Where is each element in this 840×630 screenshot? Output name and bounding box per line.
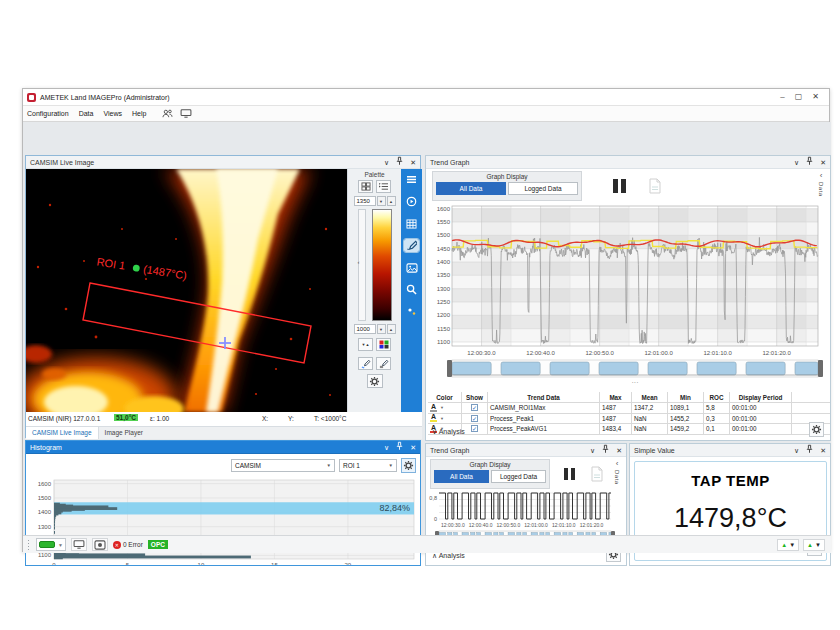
menu-item-configuration[interactable]: Configuration — [27, 110, 69, 117]
drag-grip[interactable] — [27, 539, 31, 551]
export-button[interactable] — [586, 462, 608, 486]
palette-min-down-button[interactable]: ▼ — [377, 324, 386, 334]
analysis-expander[interactable]: ∧ Analysis — [432, 552, 465, 560]
close-icon[interactable]: ✕ — [820, 446, 826, 455]
users-icon[interactable] — [162, 109, 173, 118]
pin-icon[interactable] — [601, 444, 610, 456]
palette-list-button[interactable] — [376, 180, 391, 193]
display-button[interactable] — [71, 538, 87, 551]
all-data-button[interactable]: All Data — [436, 182, 506, 195]
menu-item-views[interactable]: Views — [103, 110, 122, 117]
down-arrow-icon: ▼ — [815, 542, 821, 548]
close-icon[interactable]: ✕ — [812, 92, 819, 102]
thermal-image[interactable]: ROI 1 (1487°C) — [26, 169, 347, 412]
palette-slider[interactable] — [358, 209, 366, 321]
pause-button[interactable] — [606, 174, 632, 198]
export-button[interactable] — [642, 174, 668, 198]
trend-settings-button[interactable] — [809, 422, 824, 437]
camera-select[interactable]: CAMSIM▼ — [231, 459, 335, 472]
svg-text:1300: 1300 — [38, 524, 52, 530]
logged-data-button[interactable]: Logged Data — [491, 470, 546, 483]
chevron-down-icon[interactable]: ∨ — [794, 446, 799, 455]
monitor-icon[interactable] — [180, 109, 192, 118]
image-icon[interactable] — [404, 261, 419, 274]
pin-icon[interactable] — [395, 441, 404, 453]
workspace: CAMSIM Live Image ∨ ✕ — [23, 122, 831, 535]
palette-autoscale-button[interactable]: ▼▲ — [358, 338, 373, 351]
data-flyout-tab[interactable]: ‹ Data — [611, 460, 623, 489]
show-checkbox[interactable]: ✓ — [471, 415, 478, 422]
chevron-down-icon: ▼ — [440, 416, 444, 421]
palette-slider-marker[interactable]: ‹ — [358, 259, 360, 265]
svg-text:1350: 1350 — [437, 272, 451, 278]
close-icon[interactable]: ✕ — [820, 158, 826, 167]
chevron-down-icon[interactable]: ∨ — [794, 158, 799, 167]
histogram-settings-button[interactable] — [401, 458, 416, 473]
restore-icon[interactable]: ▢ — [795, 92, 803, 102]
chevron-down-icon[interactable]: ∨ — [384, 443, 389, 452]
logged-data-button[interactable]: Logged Data — [508, 182, 578, 195]
svg-text:1450: 1450 — [437, 246, 451, 252]
pin-icon[interactable] — [805, 156, 814, 168]
palette-settings-button[interactable] — [367, 374, 383, 388]
emissivity-value: ε: 1.00 — [150, 415, 169, 422]
up-arrow-icon: ▲ — [781, 542, 787, 548]
isotherm-dots-icon[interactable] — [404, 305, 419, 318]
min-value: 1459,2 — [668, 424, 704, 434]
palette-max-input[interactable]: 1350 — [354, 196, 376, 206]
zoom-icon[interactable] — [404, 283, 419, 296]
minimize-icon[interactable]: – — [780, 92, 784, 102]
show-checkbox[interactable]: ✓ — [471, 404, 478, 411]
menu-item-help[interactable]: Help — [132, 110, 146, 117]
chevron-down-icon[interactable]: ∨ — [384, 158, 389, 167]
series-color-selector[interactable]: A — [430, 404, 437, 412]
show-checkbox[interactable]: ✓ — [471, 425, 478, 432]
tab-image-player[interactable]: Image Player — [99, 427, 149, 439]
roi-select[interactable]: ROI 1▼ — [339, 459, 397, 472]
connection-select[interactable]: ▼ — [36, 538, 66, 551]
menu-icon[interactable] — [404, 173, 419, 186]
opc-status-badge[interactable]: OPC — [148, 540, 168, 549]
picker-save-button[interactable] — [376, 357, 391, 370]
palette-tool-icon[interactable] — [404, 239, 419, 252]
palette-color-mode-button[interactable] — [376, 338, 391, 351]
analysis-expander[interactable]: ∨ Analysis — [432, 428, 465, 436]
desktop: AMETEK Land IMAGEPro (Administrator) – ▢… — [0, 0, 840, 630]
app-window: AMETEK Land IMAGEPro (Administrator) – ▢… — [22, 88, 830, 552]
pin-icon[interactable] — [395, 156, 404, 168]
snapshot-button[interactable] — [92, 538, 108, 551]
all-data-button[interactable]: All Data — [434, 470, 489, 483]
picker-load-button[interactable] — [358, 357, 373, 370]
chevron-left-icon: ‹ — [815, 172, 827, 180]
chevron-down-icon[interactable]: ∨ — [590, 446, 595, 455]
palette-min-input[interactable]: 1000 — [354, 324, 376, 334]
close-icon[interactable]: ✕ — [410, 158, 416, 167]
mean-value: NaN — [632, 424, 668, 434]
record-icon[interactable] — [404, 195, 419, 208]
mean-value: NaN — [632, 414, 668, 424]
table-row[interactable]: A▼✓Process_Peak11487NaN1455,20,300:01:00 — [428, 414, 830, 425]
menu-item-data[interactable]: Data — [79, 110, 94, 117]
down-arrow-icon: ▼ — [789, 542, 795, 548]
table-row[interactable]: A▼✓Process_PeakAVG11483,4NaN1459,20,100:… — [428, 424, 830, 435]
pause-button[interactable] — [558, 462, 580, 486]
camera-id: CAMSIM (NIR) 127.0.0.1 — [28, 415, 100, 422]
roc-value: 0,1 — [704, 424, 730, 434]
live-panel-title: CAMSIM Live Image — [30, 159, 94, 166]
histogram-title: Histogram — [30, 444, 62, 451]
series-color-selector[interactable]: A — [430, 414, 437, 422]
palette-select-button[interactable] — [358, 180, 373, 193]
error-indicator[interactable]: ✕ 0 Error — [113, 541, 143, 549]
palette-max-down-button[interactable]: ▼ — [377, 196, 386, 206]
trend-small-title: Trend Graph — [430, 447, 469, 454]
palette-max-up-button[interactable]: ▲ — [387, 196, 396, 206]
data-flyout-tab[interactable]: ‹ Data — [815, 172, 827, 201]
close-icon[interactable]: ✕ — [410, 443, 416, 452]
palette-min-up-button[interactable]: ▲ — [387, 324, 396, 334]
table-row[interactable]: A▼✓CAMSIM_ROI1Max14871347,21089,15,800:0… — [428, 403, 830, 414]
grid-icon[interactable] — [404, 217, 419, 230]
table-header-0: Color — [428, 392, 462, 402]
tab-live-image[interactable]: CAMSIM Live Image — [26, 427, 99, 439]
pin-icon[interactable] — [805, 444, 814, 456]
close-icon[interactable]: ✕ — [616, 446, 622, 455]
